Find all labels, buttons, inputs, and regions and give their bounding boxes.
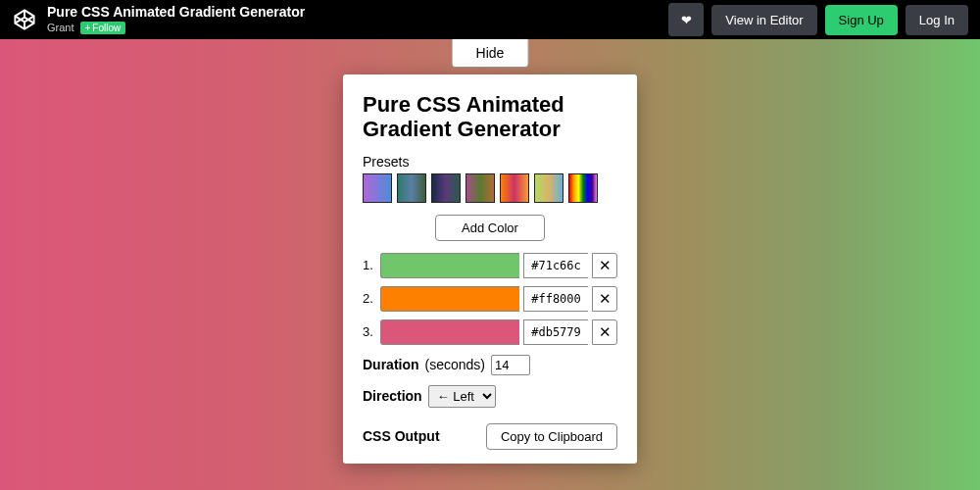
duration-label: Duration — [363, 357, 419, 372]
title-block: Pure CSS Animated Gradient Generator Gra… — [47, 5, 305, 33]
color-row-1: 1. #71c66c ✕ — [363, 253, 617, 278]
color-index: 1. — [363, 258, 376, 272]
output-row: CSS Output Copy to Clipboard — [363, 423, 617, 450]
plus-icon: + — [85, 23, 91, 33]
close-icon: ✕ — [599, 323, 612, 341]
copy-clipboard-button[interactable]: Copy to Clipboard — [486, 423, 617, 450]
author-name[interactable]: Grant — [47, 22, 74, 33]
color-hex-3[interactable]: #db5779 — [523, 319, 588, 345]
signup-button[interactable]: Sign Up — [825, 5, 898, 35]
login-button[interactable]: Log In — [906, 5, 968, 35]
color-row-2: 2. #ff8000 ✕ — [363, 286, 617, 312]
color-hex-1[interactable]: #71c66c — [523, 253, 588, 278]
duration-input[interactable] — [491, 355, 530, 375]
color-swatch-2[interactable] — [380, 286, 519, 312]
duration-unit: (seconds) — [425, 357, 485, 372]
direction-label: Direction — [363, 388, 422, 404]
gradient-preview: Hide Pure CSS Animated Gradient Generato… — [0, 39, 980, 490]
view-editor-button[interactable]: View in Editor — [711, 5, 816, 35]
preset-3[interactable] — [431, 173, 461, 203]
preset-5[interactable] — [500, 173, 529, 203]
color-hex-2[interactable]: #ff8000 — [523, 286, 588, 312]
presets-row — [363, 173, 617, 203]
remove-color-1-button[interactable]: ✕ — [592, 253, 617, 278]
follow-label: Follow — [92, 23, 121, 33]
header-left: Pure CSS Animated Gradient Generator Gra… — [12, 5, 305, 33]
add-color-button[interactable]: Add Color — [435, 215, 545, 241]
presets-label: Presets — [363, 154, 617, 170]
preset-1[interactable] — [363, 173, 392, 203]
preset-7[interactable] — [568, 173, 598, 203]
add-color-row: Add Color — [363, 215, 617, 241]
color-index: 2. — [363, 291, 376, 306]
subline: Grant + Follow — [47, 22, 305, 34]
app-header: Pure CSS Animated Gradient Generator Gra… — [0, 0, 980, 39]
header-right: ❤ View in Editor Sign Up Log In — [668, 3, 968, 36]
close-icon: ✕ — [599, 290, 612, 308]
preset-2[interactable] — [397, 173, 426, 203]
css-output-label: CSS Output — [363, 428, 440, 444]
direction-row: Direction ← Left — [363, 385, 617, 408]
panel-heading: Pure CSS Animated Gradient Generator — [363, 92, 617, 142]
follow-button[interactable]: + Follow — [80, 22, 126, 34]
remove-color-3-button[interactable]: ✕ — [592, 319, 617, 345]
preset-6[interactable] — [534, 173, 564, 203]
remove-color-2-button[interactable]: ✕ — [592, 286, 617, 312]
duration-row: Duration (seconds) — [363, 355, 617, 375]
codepen-logo-icon[interactable] — [12, 7, 37, 32]
color-swatch-3[interactable] — [380, 319, 519, 345]
color-swatch-1[interactable] — [380, 253, 519, 278]
heart-icon: ❤ — [681, 13, 692, 27]
color-row-3: 3. #db5779 ✕ — [363, 319, 617, 345]
pen-title: Pure CSS Animated Gradient Generator — [47, 5, 305, 20]
preset-4[interactable] — [466, 173, 495, 203]
direction-select[interactable]: ← Left — [428, 385, 496, 408]
control-panel: Pure CSS Animated Gradient Generator Pre… — [343, 74, 637, 464]
color-index: 3. — [363, 324, 376, 339]
heart-button[interactable]: ❤ — [668, 3, 704, 36]
hide-panel-button[interactable]: Hide — [452, 39, 529, 68]
close-icon: ✕ — [599, 257, 612, 274]
